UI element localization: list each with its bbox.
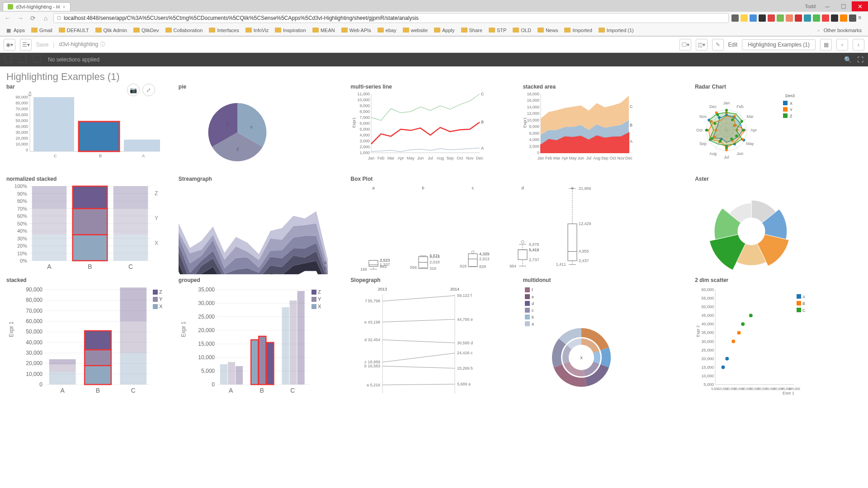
svg-text:X: X: [790, 101, 793, 106]
chart-box[interactable]: Box Plot a2,5232,5231,337883166b3,7713,5…: [351, 176, 690, 275]
bookmark-item[interactable]: Apply: [431, 27, 458, 34]
svg-text:Z: Z: [236, 147, 239, 151]
bookmark-item[interactable]: ebay: [375, 27, 399, 34]
ext-icon[interactable]: [849, 14, 856, 22]
bookmark-item[interactable]: Inspiration: [272, 27, 309, 34]
bookmark-item[interactable]: Interfaces: [206, 27, 241, 34]
ext-icon[interactable]: [813, 14, 820, 22]
bookmark-item[interactable]: website: [400, 27, 430, 34]
chart-stacked-area[interactable]: stacked area Expr102,0004,0006,0008,0001…: [523, 84, 689, 174]
chart-multidonut[interactable]: multidonut fedcbaX: [523, 277, 689, 394]
prev-sheet-icon[interactable]: ‹: [836, 39, 848, 51]
apps-button[interactable]: ▦ Apps: [4, 27, 28, 34]
bookmark-item[interactable]: Imported (1): [596, 27, 637, 34]
selection-back-icon[interactable]: [5, 55, 14, 64]
reload-icon[interactable]: ⟳: [28, 13, 38, 23]
svg-text:14,000: 14,000: [527, 105, 540, 109]
edit-button[interactable]: Edit: [728, 42, 738, 48]
home-icon[interactable]: ⌂: [41, 13, 51, 23]
chart-pie[interactable]: pie XYZ: [179, 84, 345, 174]
save-button[interactable]: Save: [36, 42, 48, 48]
bookmark-item[interactable]: Web APIs: [339, 27, 374, 34]
back-icon[interactable]: ←: [3, 13, 13, 23]
chart-bar[interactable]: bar 📷⤢ Expr1 90,00080,00070,00060,00050,…: [6, 84, 173, 174]
ext-icon[interactable]: [741, 14, 748, 22]
bookmark-icon[interactable]: ◫▾: [696, 39, 708, 51]
chart-norm-stacked[interactable]: normalized stacked 0%10%20%30%40%50%60%7…: [6, 176, 173, 275]
svg-rect-149: [783, 107, 788, 112]
bookmark-item[interactable]: Qlik Admin: [93, 27, 130, 34]
bookmark-item[interactable]: OLD: [510, 27, 534, 34]
bookmark-item[interactable]: Imported: [561, 27, 594, 34]
forward-icon[interactable]: →: [15, 13, 25, 23]
svg-text:10,000: 10,000: [15, 142, 28, 146]
search-icon[interactable]: 🔍: [844, 56, 852, 63]
ext-icon[interactable]: [831, 14, 838, 22]
bookmark-item[interactable]: STP: [486, 27, 509, 34]
list-icon[interactable]: ☰▾: [20, 39, 32, 51]
info-icon[interactable]: ⓘ: [100, 41, 105, 47]
ext-icon[interactable]: [804, 14, 811, 22]
ext-icon[interactable]: [768, 14, 775, 22]
ext-icon[interactable]: [786, 14, 793, 22]
bookmark-item[interactable]: Share: [458, 27, 485, 34]
svg-text:Sep: Sep: [446, 156, 453, 160]
minimize-icon[interactable]: ─: [819, 1, 835, 11]
chart-scatter[interactable]: 2 dim scatter Expr 25,00010,00015,00020,…: [695, 277, 862, 394]
bookmark-item[interactable]: News: [535, 27, 561, 34]
bookmark-item[interactable]: Other bookmarks: [821, 27, 864, 34]
bookmark-item[interactable]: DEFAULT: [56, 27, 92, 34]
ext-icon[interactable]: [822, 14, 829, 22]
bookmark-item[interactable]: QlikDev: [131, 27, 162, 34]
svg-point-137: [742, 129, 745, 131]
ext-icon[interactable]: [750, 14, 757, 22]
selection-clear-icon[interactable]: [33, 55, 42, 64]
chart-slope[interactable]: Slopegraph 20132014f 55,79859,122 fe 43,…: [351, 277, 518, 394]
sheets-icon[interactable]: ▦: [820, 39, 832, 51]
svg-text:c: c: [324, 272, 326, 274]
chart-stacked[interactable]: stacked Expr 1010,00020,00030,00040,0005…: [6, 277, 173, 394]
svg-text:2,437: 2,437: [579, 258, 589, 263]
svg-text:Dec: Dec: [709, 104, 717, 109]
bookmark-item[interactable]: Gmail: [28, 27, 55, 34]
sheet-selector[interactable]: Highlighting Examples (1): [742, 39, 816, 50]
ext-icon[interactable]: [731, 14, 739, 22]
address-bar[interactable]: 🗋 localhost:4848/sense/app/C%3A%5CUsers%…: [53, 13, 729, 23]
snapshot-icon[interactable]: 📷: [127, 84, 140, 96]
browser-tab[interactable]: d3vl-highlighting - H ×: [3, 2, 71, 11]
close-icon[interactable]: ✕: [852, 1, 868, 11]
svg-text:Z: Z: [155, 190, 158, 197]
ext-icon[interactable]: [759, 14, 766, 22]
app-toolbar: ◉▾ ☰▾ Save | d3vl-highlighting ⓘ 🖵▾ ◫▾ ✎…: [0, 37, 868, 53]
edit-icon[interactable]: ✎: [712, 39, 724, 51]
svg-text:166: 166: [360, 267, 367, 272]
ext-icon[interactable]: [795, 14, 802, 22]
tab-close-icon[interactable]: ×: [62, 4, 65, 9]
fullscreen-icon[interactable]: ⤢: [142, 84, 155, 96]
svg-text:Y: Y: [155, 215, 158, 221]
global-menu-icon[interactable]: ◉▾: [4, 39, 15, 51]
chart-multiline[interactable]: multi-series line Expr11,0002,0003,0004,…: [351, 84, 518, 174]
svg-text:Expr 1: Expr 1: [783, 391, 794, 394]
svg-text:Jul: Jul: [724, 155, 729, 160]
next-sheet-icon[interactable]: ›: [853, 39, 864, 51]
bookmark-item[interactable]: Collaboration: [163, 27, 206, 34]
menu-icon[interactable]: ≡: [858, 14, 865, 22]
chart-stream[interactable]: Streamgraph fedcba: [179, 176, 345, 275]
chart-grouped[interactable]: grouped Expr 105,00010,00015,00020,00025…: [179, 277, 345, 394]
svg-text:Sep: Sep: [601, 156, 609, 160]
ext-icon[interactable]: [777, 14, 784, 22]
svg-text:Apr: Apr: [397, 156, 404, 160]
bookmark-item[interactable]: InfoViz: [243, 27, 271, 34]
expand-icon[interactable]: ⛶: [857, 56, 863, 63]
chart-aster[interactable]: Aster: [695, 176, 862, 275]
maximize-icon[interactable]: ☐: [835, 1, 852, 11]
svg-rect-277: [49, 365, 76, 372]
chart-radar[interactable]: Radar Chart JanFebMarAprMayJunJulAugSepO…: [695, 84, 862, 174]
bookmark-item[interactable]: MEAN: [310, 27, 338, 34]
selection-forward-icon[interactable]: [19, 55, 28, 64]
svg-text:Y: Y: [159, 296, 163, 302]
devices-icon[interactable]: 🖵▾: [679, 39, 691, 51]
svg-text:50%: 50%: [17, 221, 27, 226]
ext-icon[interactable]: [840, 14, 847, 22]
